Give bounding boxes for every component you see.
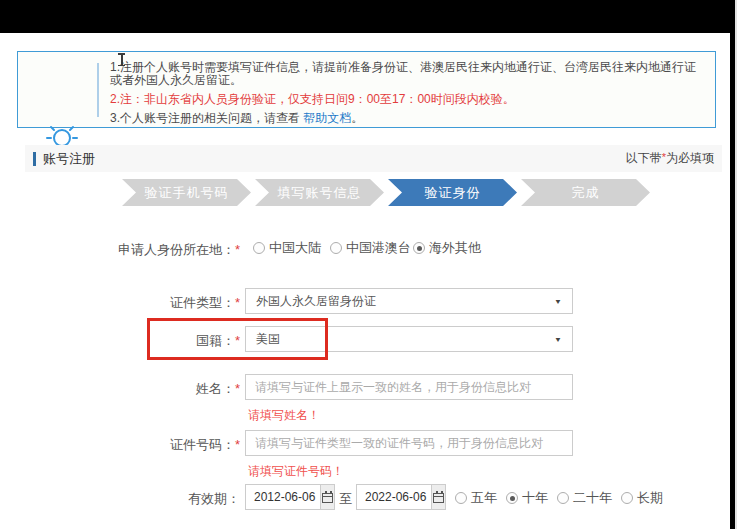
registration-page: 1.注册个人账号时需要填写证件信息，请提前准备身份证、港澳居民往来内地通行证、台… bbox=[0, 0, 737, 529]
name-error: 请填写姓名！ bbox=[248, 407, 320, 424]
calendar-button[interactable] bbox=[431, 485, 445, 509]
validity-to-text: 至 bbox=[339, 490, 352, 508]
cert-no-error: 请填写证件号码！ bbox=[248, 463, 344, 480]
radio-icon bbox=[506, 492, 518, 504]
radio-icon bbox=[621, 492, 633, 504]
cert-no-label: 证件号码：* bbox=[30, 436, 240, 454]
section-header: 账号注册 以下带*为必填项 bbox=[25, 145, 722, 172]
step-done: 完成 bbox=[521, 179, 650, 206]
required-note: 以下带*为必填项 bbox=[626, 150, 714, 167]
radio-icon bbox=[413, 242, 425, 254]
page-title: 账号注册 bbox=[43, 150, 95, 168]
notice-divider bbox=[97, 63, 99, 117]
radio-icon bbox=[557, 492, 569, 504]
radio-five-years[interactable]: 五年 bbox=[455, 489, 497, 507]
validity-start-input[interactable] bbox=[246, 485, 320, 509]
radio-hk-macao-taiwan[interactable]: 中国港澳台 bbox=[330, 239, 411, 257]
top-letterbox bbox=[0, 0, 737, 33]
location-label: 申请人身份所在地：* bbox=[30, 241, 240, 259]
validity-duration-radios: 五年 十年 二十年 长期 bbox=[455, 489, 663, 507]
i-beam-cursor-icon bbox=[117, 52, 126, 66]
calendar-icon bbox=[433, 493, 444, 503]
validity-end-input[interactable] bbox=[357, 485, 431, 509]
radio-ten-years[interactable]: 十年 bbox=[506, 489, 548, 507]
cert-type-label: 证件类型：* bbox=[30, 294, 240, 312]
validity-label: 有效期： bbox=[30, 490, 240, 508]
nationality-select[interactable]: 美国 ▼ bbox=[245, 326, 573, 352]
help-doc-link[interactable]: 帮助文档 bbox=[303, 111, 351, 125]
radio-overseas-other[interactable]: 海外其他 bbox=[413, 239, 481, 257]
name-input[interactable] bbox=[245, 374, 573, 400]
name-label: 姓名：* bbox=[30, 380, 240, 398]
radio-twenty-years[interactable]: 二十年 bbox=[557, 489, 612, 507]
radio-mainland-china[interactable]: 中国大陆 bbox=[253, 239, 321, 257]
nationality-label: 国籍：* bbox=[30, 332, 240, 350]
cert-no-input[interactable] bbox=[245, 430, 573, 456]
caret-down-icon: ▼ bbox=[554, 297, 562, 305]
notice-line-3: 3.个人账号注册的相关问题，请查看 帮助文档。 bbox=[110, 112, 700, 125]
radio-icon bbox=[330, 242, 342, 254]
title-accent-bar bbox=[33, 152, 36, 166]
caret-down-icon: ▼ bbox=[554, 335, 562, 343]
radio-icon bbox=[455, 492, 467, 504]
step-account-info: 填写账号信息 bbox=[255, 179, 384, 206]
validity-start-field bbox=[245, 484, 335, 510]
radio-icon bbox=[253, 242, 265, 254]
calendar-button[interactable] bbox=[320, 485, 334, 509]
step-progress: 验证手机号码 填写账号信息 验证身份 完成 bbox=[122, 179, 650, 206]
notice-line-1: 1.注册个人账号时需要填写证件信息，请提前准备身份证、港澳居民往来内地通行证、台… bbox=[110, 61, 700, 87]
validity-end-field bbox=[356, 484, 446, 510]
radio-long-term[interactable]: 长期 bbox=[621, 489, 663, 507]
notice-line-2: 2.注：非山东省内人员身份验证，仅支持日间9：00至17：00时间段内校验。 bbox=[110, 93, 700, 106]
step-verify-phone: 验证手机号码 bbox=[122, 179, 251, 206]
step-verify-identity: 验证身份 bbox=[388, 179, 517, 206]
calendar-icon bbox=[322, 493, 333, 503]
cert-type-select[interactable]: 外国人永久居留身份证 ▼ bbox=[245, 288, 573, 314]
